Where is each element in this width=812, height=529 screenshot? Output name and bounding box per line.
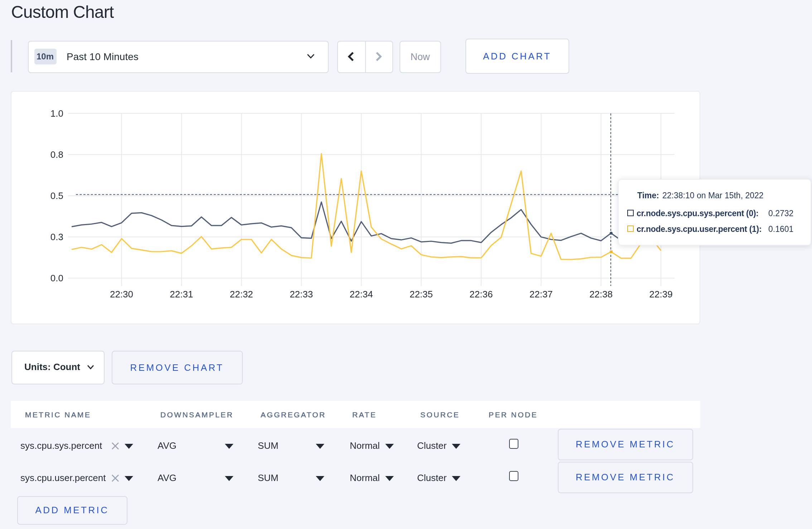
svg-text:22:30: 22:30 — [110, 288, 133, 299]
svg-text:22:39: 22:39 — [649, 288, 673, 299]
svg-text:0.5: 0.5 — [50, 190, 63, 201]
svg-text:0.3: 0.3 — [50, 231, 63, 242]
svg-text:22:38: 22:38 — [589, 288, 613, 299]
svg-text:1.0: 1.0 — [50, 108, 63, 118]
svg-text:0.8: 0.8 — [50, 149, 63, 160]
svg-text:22:31: 22:31 — [170, 288, 193, 299]
svg-text:0.0: 0.0 — [50, 272, 63, 283]
svg-text:22:33: 22:33 — [290, 288, 313, 299]
svg-text:22:37: 22:37 — [530, 288, 553, 299]
svg-text:22:35: 22:35 — [410, 288, 433, 299]
svg-text:22:36: 22:36 — [469, 288, 493, 299]
svg-text:22:34: 22:34 — [350, 288, 373, 299]
svg-text:22:32: 22:32 — [230, 288, 253, 299]
